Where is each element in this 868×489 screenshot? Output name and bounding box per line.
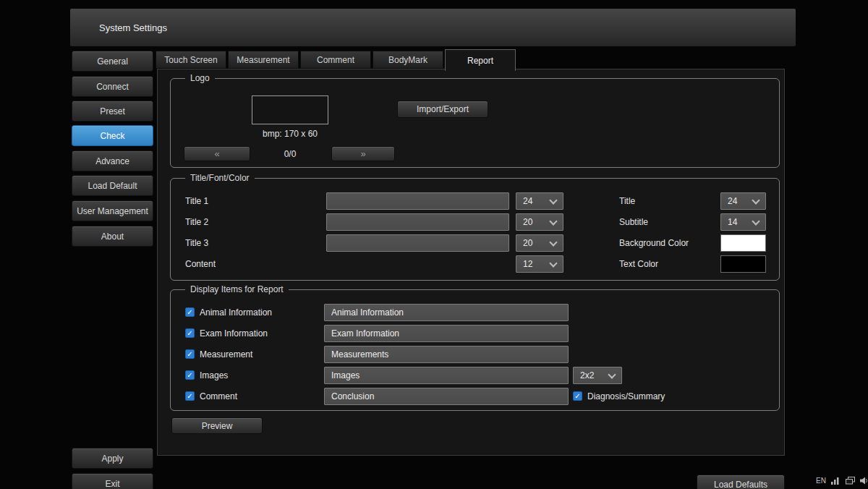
- dropdown-value: 24: [728, 196, 737, 206]
- language-indicator: EN: [816, 477, 826, 485]
- animal-information-title-input[interactable]: [324, 304, 569, 321]
- title3-label: Title 3: [185, 234, 208, 252]
- exam-information-title-input[interactable]: [324, 325, 569, 342]
- title2-size-dropdown[interactable]: 20: [516, 213, 563, 231]
- subtitle-size-label: Subtitle: [619, 213, 648, 231]
- display-items-group: Display Items for Report Animal Informat…: [170, 289, 780, 411]
- tab-bodymark[interactable]: BodyMark: [373, 51, 443, 69]
- sidebar-item-advance[interactable]: Advance: [72, 150, 153, 171]
- dropdown-value: 20: [523, 217, 532, 227]
- title3-input[interactable]: [326, 234, 509, 252]
- diagnosis-summary-checkbox[interactable]: [573, 391, 582, 401]
- display-items-legend: Display Items for Report: [185, 284, 289, 295]
- title-size-dropdown[interactable]: 24: [720, 192, 766, 210]
- status-icon-bar: EN: [816, 477, 868, 485]
- exam-information-checkbox-label: Exam Information: [200, 325, 268, 342]
- title2-input[interactable]: [326, 213, 509, 231]
- content-label: Content: [185, 255, 216, 273]
- animal-information-checkbox[interactable]: [185, 307, 195, 317]
- import-export-button[interactable]: Import/Export: [397, 101, 488, 118]
- sidebar-item-label: User Management: [77, 206, 148, 216]
- sidebar-item-check[interactable]: Check: [72, 125, 153, 146]
- logo-size-label: bmp: 170 x 60: [230, 129, 350, 139]
- tab-comment[interactable]: Comment: [300, 51, 371, 69]
- sidebar-item-label: Load Default: [88, 181, 137, 191]
- tab-label: Comment: [317, 55, 354, 65]
- sidebar-item-preset[interactable]: Preset: [72, 101, 153, 122]
- chevron-down-icon: [752, 196, 760, 204]
- comment-checkbox[interactable]: [185, 391, 195, 401]
- apply-label: Apply: [101, 454, 123, 464]
- sidebar-item-about[interactable]: About: [72, 226, 153, 247]
- exit-label: Exit: [105, 479, 119, 489]
- apply-button[interactable]: Apply: [72, 448, 153, 469]
- logo-next-button[interactable]: »: [331, 146, 395, 161]
- images-checkbox[interactable]: [185, 370, 195, 380]
- dropdown-value: 14: [728, 217, 737, 227]
- animal-information-checkbox-label: Animal Information: [200, 304, 272, 321]
- next-arrows-icon: »: [360, 148, 365, 159]
- sidebar-item-label: Preset: [100, 106, 125, 116]
- sidebar-item-label: Connect: [96, 82, 129, 92]
- tab-report[interactable]: Report: [445, 49, 516, 71]
- preview-button[interactable]: Preview: [171, 417, 263, 434]
- comment-title-input[interactable]: [324, 388, 569, 405]
- tab-label: Measurement: [237, 55, 289, 65]
- text-color-swatch[interactable]: [720, 255, 766, 273]
- background-color-label: Background Color: [619, 234, 689, 252]
- measurement-title-input[interactable]: [324, 346, 569, 363]
- prev-arrows-icon: «: [214, 148, 219, 159]
- comment-checkbox-label: Comment: [200, 388, 237, 405]
- tab-touch-screen[interactable]: Touch Screen: [156, 51, 226, 69]
- window-titlebar: System Settings: [70, 9, 796, 46]
- chevron-down-icon: [752, 217, 760, 225]
- sidebar-item-label: About: [101, 231, 124, 242]
- sidebar-item-general[interactable]: General: [72, 51, 153, 72]
- dropdown-value: 24: [523, 196, 532, 206]
- title2-label: Title 2: [185, 213, 208, 231]
- title1-label: Title 1: [185, 192, 208, 210]
- import-export-label: Import/Export: [417, 104, 469, 114]
- tab-label: Report: [467, 56, 493, 66]
- report-settings-panel: Logo bmp: 170 x 60 Import/Export « 0/0 »…: [157, 69, 785, 456]
- content-size-dropdown[interactable]: 12: [516, 255, 563, 273]
- diagnosis-summary-checkbox-label: Diagnosis/Summary: [587, 388, 665, 405]
- exam-information-checkbox[interactable]: [185, 328, 195, 338]
- title-font-color-group: Title/Font/Color Title 1 24 Title 2 20 T…: [170, 178, 780, 281]
- sidebar-item-user-management[interactable]: User Management: [72, 200, 153, 221]
- measurement-checkbox[interactable]: [185, 349, 195, 359]
- chevron-down-icon: [549, 217, 557, 225]
- logo-group: Logo bmp: 170 x 60 Import/Export « 0/0 »: [170, 78, 780, 168]
- sidebar-item-load-default[interactable]: Load Default: [72, 175, 153, 196]
- page-title: System Settings: [99, 22, 167, 33]
- images-title-input[interactable]: [324, 367, 569, 384]
- title-size-label: Title: [619, 192, 635, 210]
- logo-preview-box: [252, 95, 328, 124]
- sidebar-item-label: Check: [100, 131, 124, 141]
- title3-size-dropdown[interactable]: 20: [516, 234, 563, 252]
- load-defaults-button[interactable]: Load Defaults: [697, 475, 785, 489]
- images-layout-dropdown[interactable]: 2x2: [573, 367, 622, 384]
- images-checkbox-label: Images: [200, 367, 228, 384]
- logo-page-counter: 0/0: [258, 147, 323, 161]
- logo-prev-button[interactable]: «: [184, 146, 250, 161]
- title1-size-dropdown[interactable]: 24: [516, 192, 563, 210]
- load-defaults-label: Load Defaults: [714, 480, 767, 489]
- preview-label: Preview: [202, 421, 233, 431]
- background-color-swatch[interactable]: [720, 234, 766, 252]
- subtitle-size-dropdown[interactable]: 14: [720, 213, 766, 231]
- sidebar-item-connect[interactable]: Connect: [72, 76, 153, 97]
- chevron-down-icon: [549, 259, 557, 267]
- text-color-label: Text Color: [619, 255, 658, 273]
- tab-measurement[interactable]: Measurement: [228, 51, 299, 69]
- network-signal-icon: [831, 477, 841, 485]
- chevron-down-icon: [549, 238, 557, 246]
- measurement-checkbox-label: Measurement: [200, 346, 252, 363]
- chevron-down-icon: [549, 196, 557, 204]
- tab-label: BodyMark: [388, 55, 427, 65]
- logo-group-legend: Logo: [185, 73, 215, 84]
- dropdown-value: 12: [523, 259, 532, 269]
- title1-input[interactable]: [326, 192, 509, 210]
- dropdown-value: 20: [523, 238, 532, 248]
- exit-button[interactable]: Exit: [72, 473, 153, 489]
